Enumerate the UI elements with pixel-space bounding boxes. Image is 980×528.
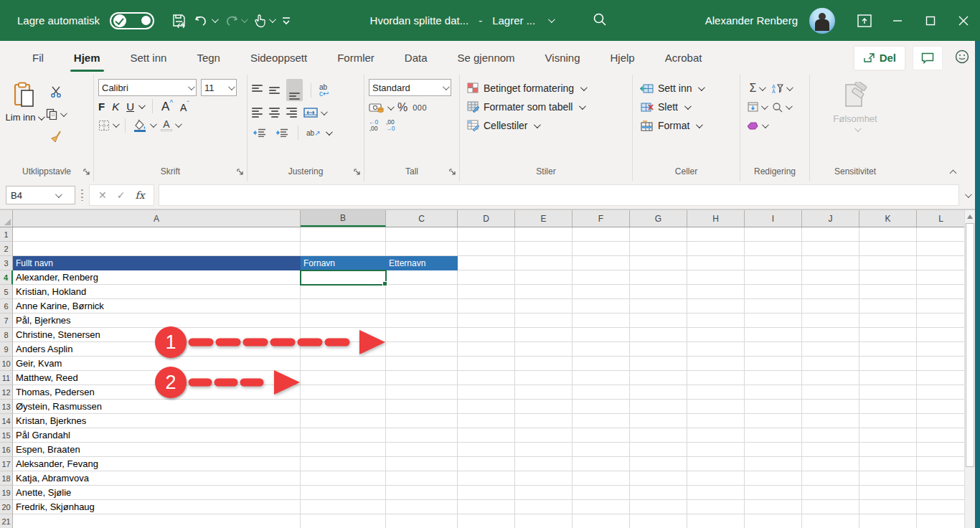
column-header-K[interactable]: K	[859, 210, 917, 227]
cell-K19[interactable]	[859, 486, 917, 500]
cell-B2[interactable]	[301, 242, 386, 256]
row-header-16[interactable]: 16	[0, 443, 13, 457]
cell-L18[interactable]	[917, 471, 966, 486]
cell-D9[interactable]	[458, 342, 515, 357]
cell-D2[interactable]	[458, 242, 515, 256]
cell-D8[interactable]	[458, 328, 515, 342]
cell-I14[interactable]	[745, 414, 802, 428]
font-family-combo[interactable]: Calibri	[98, 79, 197, 96]
cell-K20[interactable]	[859, 500, 917, 514]
cell-D5[interactable]	[458, 285, 515, 299]
row-header-2[interactable]: 2	[0, 242, 13, 256]
cell-L17[interactable]	[917, 457, 966, 471]
number-dialog-launcher[interactable]	[449, 166, 456, 179]
cell-G17[interactable]	[630, 457, 687, 471]
cell-H21[interactable]	[687, 514, 745, 528]
cell-H13[interactable]	[687, 400, 745, 414]
underline-button[interactable]: U	[126, 100, 134, 113]
fill-color-button[interactable]	[133, 117, 155, 134]
cell-E2[interactable]	[515, 242, 573, 256]
increase-indent-button[interactable]	[274, 124, 290, 141]
cell-H1[interactable]	[687, 227, 745, 242]
minimize-button[interactable]	[881, 0, 914, 41]
cell-H17[interactable]	[687, 457, 745, 471]
row-header-7[interactable]: 7	[0, 314, 13, 328]
column-header-F[interactable]: F	[573, 210, 630, 227]
cell-C7[interactable]	[386, 314, 458, 328]
cell-L1[interactable]	[917, 227, 966, 242]
cell-E21[interactable]	[515, 514, 573, 528]
bottom-align-button[interactable]	[286, 79, 303, 101]
select-all-corner[interactable]	[0, 210, 13, 227]
cell-B13[interactable]	[301, 400, 386, 414]
font-size-combo[interactable]: 11	[201, 79, 237, 96]
row-header-21[interactable]: 21	[0, 514, 13, 528]
cell-G9[interactable]	[630, 342, 687, 357]
cell-F2[interactable]	[573, 242, 630, 256]
font-color-button[interactable]: A	[161, 117, 180, 134]
cell-E13[interactable]	[515, 400, 573, 414]
cell-D7[interactable]	[458, 314, 515, 328]
cell-F11[interactable]	[573, 371, 630, 385]
row-header-18[interactable]: 18	[0, 471, 13, 486]
cell-J6[interactable]	[802, 299, 859, 314]
cell-A7[interactable]: Pål, Bjerknes	[13, 314, 301, 328]
merge-center-button[interactable]	[303, 104, 326, 121]
cell-G13[interactable]	[630, 400, 687, 414]
cell-I3[interactable]	[745, 256, 802, 270]
cell-H4[interactable]	[687, 270, 745, 285]
cell-L4[interactable]	[917, 270, 966, 285]
column-header-C[interactable]: C	[386, 210, 458, 227]
tab-data[interactable]: Data	[390, 42, 443, 74]
touch-mouse-mode-button[interactable]	[253, 14, 274, 28]
cell-J12[interactable]	[802, 385, 859, 400]
cell-F12[interactable]	[573, 385, 630, 400]
column-header-A[interactable]: A	[13, 210, 301, 227]
accounting-dropdown-icon[interactable]	[387, 103, 395, 110]
cell-G8[interactable]	[630, 328, 687, 342]
cell-F1[interactable]	[573, 227, 630, 242]
cell-L13[interactable]	[917, 400, 966, 414]
tab-hjelp[interactable]: Hjelp	[595, 42, 650, 74]
copy-button[interactable]	[46, 105, 65, 123]
font-dialog-launcher[interactable]	[237, 166, 244, 179]
cell-L2[interactable]	[917, 242, 966, 256]
cell-I20[interactable]	[745, 500, 802, 514]
cell-D20[interactable]	[458, 500, 515, 514]
cell-I18[interactable]	[745, 471, 802, 486]
cell-C21[interactable]	[386, 514, 458, 528]
cell-D21[interactable]	[458, 514, 515, 528]
clear-button[interactable]	[745, 117, 769, 134]
cell-E3[interactable]	[515, 256, 573, 270]
cell-B10[interactable]	[301, 357, 386, 371]
borders-dropdown-icon[interactable]	[113, 121, 120, 128]
cell-K1[interactable]	[859, 227, 917, 242]
cell-E7[interactable]	[515, 314, 573, 328]
cell-F6[interactable]	[573, 299, 630, 314]
cell-E10[interactable]	[515, 357, 573, 371]
cell-G11[interactable]	[630, 371, 687, 385]
undo-button[interactable]	[194, 14, 217, 27]
column-header-H[interactable]: H	[687, 210, 745, 227]
cell-C20[interactable]	[386, 500, 458, 514]
underline-dropdown-icon[interactable]	[138, 102, 146, 109]
cell-I7[interactable]	[745, 314, 802, 328]
cell-H6[interactable]	[687, 299, 745, 314]
touch-mode-dropdown-icon[interactable]	[269, 16, 276, 23]
row-header-13[interactable]: 13	[0, 400, 13, 414]
cell-D14[interactable]	[458, 414, 515, 428]
cell-D3[interactable]	[458, 256, 515, 270]
tab-tegn[interactable]: Tegn	[182, 42, 235, 74]
cell-L20[interactable]	[917, 500, 966, 514]
cell-A15[interactable]: Pål Grandahl	[13, 428, 301, 443]
cell-C5[interactable]	[386, 285, 458, 299]
cell-G21[interactable]	[630, 514, 687, 528]
cell-F18[interactable]	[573, 471, 630, 486]
cell-K18[interactable]	[859, 471, 917, 486]
cell-L8[interactable]	[917, 328, 966, 342]
cell-B5[interactable]	[301, 285, 386, 299]
cell-C9[interactable]	[386, 342, 458, 357]
cell-G14[interactable]	[630, 414, 687, 428]
scrollbar-thumb[interactable]	[966, 223, 974, 467]
cell-L19[interactable]	[917, 486, 966, 500]
